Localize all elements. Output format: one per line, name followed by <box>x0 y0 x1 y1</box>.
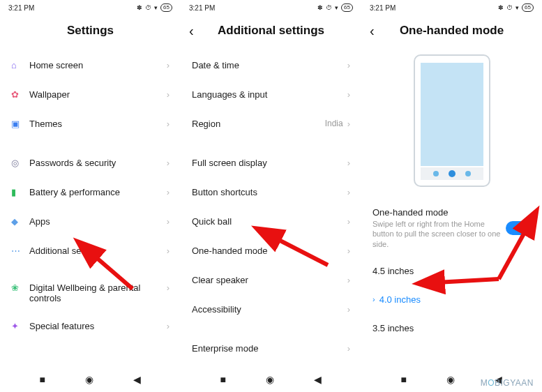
item-themes[interactable]: ▣ Themes › <box>0 109 181 138</box>
option-4-0-inches[interactable]: › 4.0 inches <box>361 285 542 314</box>
item-digital-wellbeing[interactable]: ❀ Digital Wellbeing & parental controls … <box>0 275 181 311</box>
list-item-label: Battery & performance <box>29 187 167 197</box>
list-item-label: Clear speaker <box>192 275 347 285</box>
bluetooth-icon: ✽ <box>317 4 323 11</box>
item-clear-speaker[interactable]: Clear speaker › <box>181 265 361 294</box>
toggle-one-handed-mode[interactable]: One-handed mode Swipe left or right from… <box>361 199 542 257</box>
back-button[interactable]: ‹ <box>189 23 194 39</box>
page-title: One-handed mode <box>400 24 504 38</box>
option-label: 4.0 inches <box>379 294 421 305</box>
chevron-right-icon: › <box>167 60 170 70</box>
option-label: 3.5 inches <box>372 323 414 333</box>
nav-back-button[interactable]: ◀ <box>314 374 322 385</box>
item-button-shortcuts[interactable]: Button shortcuts › <box>181 177 361 206</box>
screen-additional-settings: 3:21 PM ✽ ⏱ ▾ 65 ‹ Additional settings D… <box>181 0 361 392</box>
chevron-right-icon: › <box>167 216 170 227</box>
chevron-right-icon: › <box>347 304 350 315</box>
item-additional-settings[interactable]: ⋯ Additional settings › <box>0 236 181 265</box>
chevron-right-icon: › <box>347 246 350 256</box>
chevron-right-icon: › <box>347 158 350 168</box>
item-accessibility[interactable]: Accessibility › <box>181 294 361 324</box>
item-quick-ball[interactable]: Quick ball › <box>181 206 361 236</box>
phone-illustration <box>414 54 490 187</box>
nav-home-button[interactable]: ◉ <box>266 374 274 385</box>
item-enterprise-mode[interactable]: Enterprise mode › <box>181 333 361 363</box>
list-item-label: Quick ball <box>192 216 347 227</box>
back-button[interactable]: ‹ <box>370 23 375 39</box>
chevron-right-icon: › <box>347 119 350 129</box>
item-wallpaper[interactable]: ✿ Wallpaper › <box>0 80 181 109</box>
home-icon: ⌂ <box>11 60 29 70</box>
list-item-label: Passwords & security <box>29 158 167 168</box>
status-icons: ✽ ⏱ ▾ 65 <box>498 3 534 12</box>
toggle-switch[interactable] <box>506 221 531 235</box>
battery-icon: 65 <box>160 3 172 12</box>
check-icon: › <box>372 295 375 303</box>
additional-icon: ⋯ <box>11 246 29 256</box>
alarm-icon: ⏱ <box>326 4 332 11</box>
list-item-label: Enterprise mode <box>192 343 347 354</box>
themes-icon: ▣ <box>11 119 29 129</box>
chevron-right-icon: › <box>347 216 350 227</box>
item-special-features[interactable]: ✦ Special features › <box>0 311 181 340</box>
alarm-icon: ⏱ <box>145 4 151 11</box>
item-one-handed-mode[interactable]: One-handed mode › <box>181 236 361 265</box>
status-bar: 3:21 PM ✽ ⏱ ▾ 65 <box>0 0 181 15</box>
option-label: 4.5 inches <box>372 266 414 276</box>
nav-home-button[interactable]: ◉ <box>446 374 455 385</box>
item-apps[interactable]: ◆ Apps › <box>0 206 181 236</box>
additional-settings-list: Date & time › Languages & input › Region… <box>181 46 361 367</box>
status-icons: ✽ ⏱ ▾ 65 <box>137 3 172 12</box>
bluetooth-icon: ✽ <box>137 4 142 11</box>
list-item-label: Home screen <box>29 60 167 70</box>
chevron-right-icon: › <box>347 275 350 285</box>
wifi-icon: ▾ <box>335 4 338 11</box>
list-item-label: Region <box>192 119 325 129</box>
header: ‹ Additional settings <box>181 15 361 46</box>
header: Settings <box>0 15 181 46</box>
screen-settings: 3:21 PM ✽ ⏱ ▾ 65 Settings ⌂ Home screen … <box>0 0 181 392</box>
apps-icon: ◆ <box>11 216 29 227</box>
nav-back-button[interactable]: ◀ <box>133 374 141 385</box>
battery-icon: 65 <box>341 3 353 12</box>
nav-recent-button[interactable]: ■ <box>40 374 45 385</box>
status-time: 3:21 PM <box>370 4 396 12</box>
option-4-5-inches[interactable]: 4.5 inches <box>361 257 542 285</box>
wifi-icon: ▾ <box>154 4 158 11</box>
list-item-label: Wallpaper <box>29 89 167 100</box>
status-time: 3:21 PM <box>189 4 215 12</box>
list-item-label: Full screen display <box>192 158 347 168</box>
toggle-label: One-handed mode <box>372 207 506 218</box>
item-date-time[interactable]: Date & time › <box>181 50 361 80</box>
bluetooth-icon: ✽ <box>498 4 504 11</box>
page-title: Additional settings <box>218 24 324 38</box>
nav-home-button[interactable]: ◉ <box>85 374 93 385</box>
item-home-screen[interactable]: ⌂ Home screen › <box>0 50 181 80</box>
nav-recent-button[interactable]: ■ <box>401 374 407 385</box>
fingerprint-icon: ◎ <box>11 158 29 168</box>
navigation-bar: ■ ◉ ◀ <box>0 367 181 392</box>
chevron-right-icon: › <box>167 246 170 256</box>
status-time: 3:21 PM <box>8 4 34 12</box>
item-battery-performance[interactable]: ▮ Battery & performance › <box>0 177 181 206</box>
item-full-screen-display[interactable]: Full screen display › <box>181 148 361 177</box>
nav-recent-button[interactable]: ■ <box>220 374 226 385</box>
chevron-right-icon: › <box>167 321 170 331</box>
item-region[interactable]: Region India › <box>181 109 361 138</box>
chevron-right-icon: › <box>167 119 170 129</box>
chevron-right-icon: › <box>167 187 170 197</box>
list-item-label: Digital Wellbeing & parental controls <box>29 282 167 303</box>
status-bar: 3:21 PM ✽ ⏱ ▾ 65 <box>361 0 542 15</box>
list-item-value: India <box>325 119 343 128</box>
status-bar: 3:21 PM ✽ ⏱ ▾ 65 <box>181 0 361 15</box>
option-3-5-inches[interactable]: 3.5 inches <box>361 314 542 342</box>
status-icons: ✽ ⏱ ▾ 65 <box>317 3 353 12</box>
item-passwords-security[interactable]: ◎ Passwords & security › <box>0 148 181 177</box>
list-item-label: One-handed mode <box>192 246 347 256</box>
wallpaper-icon: ✿ <box>11 89 29 100</box>
list-item-label: Date & time <box>192 60 347 70</box>
alarm-icon: ⏱ <box>506 4 513 11</box>
special-icon: ✦ <box>11 321 29 331</box>
list-item-label: Languages & input <box>192 89 347 100</box>
item-languages-input[interactable]: Languages & input › <box>181 80 361 109</box>
